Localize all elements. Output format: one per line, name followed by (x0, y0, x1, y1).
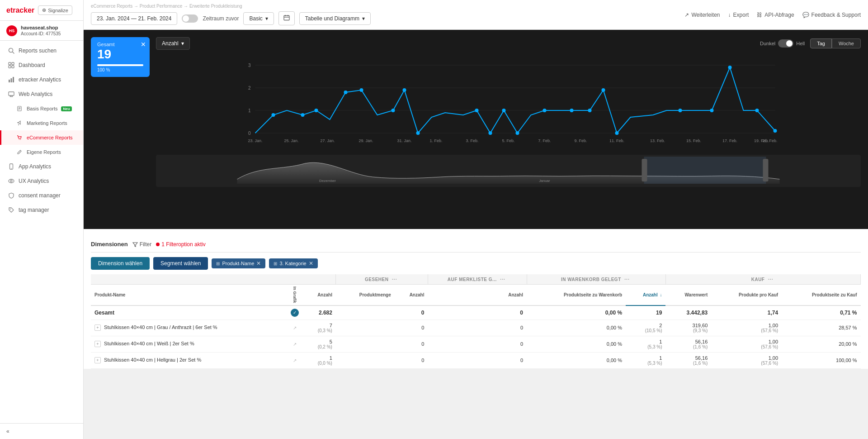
expand-icon[interactable]: + (94, 324, 101, 331)
col-kauf-pkt[interactable]: Produktseite zu Kauf (782, 285, 860, 305)
dimensions-label: Dimensionen (91, 241, 128, 248)
chevron-down-icon: ▾ (181, 40, 184, 47)
svg-rect-5 (12, 66, 14, 68)
col-produkt-name[interactable]: Produkt-Name (91, 285, 287, 305)
filter-button[interactable]: Filter (132, 241, 152, 248)
sidebar-item-label: Reports suchen (19, 48, 57, 54)
sidebar-item-tag-manager[interactable]: tag manager (0, 203, 83, 217)
gesehen-dots[interactable]: ··· (390, 276, 399, 282)
chart-line-icon[interactable]: ↗ (293, 358, 297, 363)
kauf-anzahl-cell: 2 (10,5 %) (626, 320, 665, 336)
svg-point-18 (19, 139, 20, 140)
data-table-container: GESEHEN ··· AUF MERKLISTE G... ··· IN WA… (91, 274, 861, 369)
total-pct: 100 % (97, 67, 143, 72)
comment-icon: 💬 (802, 12, 809, 18)
sidebar-item-web-analytics[interactable]: Web Analytics (0, 87, 83, 101)
signalize-button[interactable]: ⊕ Signalize (38, 5, 72, 15)
in-grafik-cell[interactable]: ↗ (287, 352, 302, 368)
filter-dot (156, 243, 160, 246)
col-gesehen-anzahl[interactable]: Anzahl (302, 285, 336, 305)
feedback-support-button[interactable]: 💬 Feedback & Support (802, 12, 861, 18)
shopping-cart-icon (16, 134, 23, 141)
gesehen-anzahl-cell: 2.682 (302, 305, 336, 320)
in-grafik-cell[interactable]: ↗ (287, 320, 302, 336)
period-toggle[interactable] (182, 14, 198, 23)
sidebar-item-dashboard[interactable]: Dashboard (0, 58, 83, 72)
sidebar-item-ux-analytics[interactable]: UX Analytics (0, 174, 83, 188)
date-range-picker[interactable]: 23. Jan. 2024 — 21. Feb. 2024 (91, 12, 177, 25)
check-circle-icon: ✓ (291, 309, 299, 317)
sidebar-item-eigene-reports[interactable]: Eigene Reports (0, 145, 83, 159)
account-info: HS haveaseat.shop Account-ID: 477535 (0, 21, 83, 41)
basic-dropdown[interactable]: Basic ▾ (243, 12, 274, 25)
svg-point-44 (416, 131, 420, 135)
warenkorb-dots[interactable]: ··· (623, 276, 632, 282)
kauf-anzahl-cell: 19 (626, 305, 665, 320)
col-warenkorb-anzahl[interactable]: Anzahl (428, 285, 527, 305)
in-grafik-cell[interactable]: ✓ (287, 305, 302, 320)
expand-icon[interactable]: + (94, 341, 101, 347)
kauf-dots[interactable]: ··· (766, 276, 775, 282)
remove-tag-icon[interactable]: ✕ (309, 260, 313, 267)
svg-point-22 (9, 179, 14, 183)
svg-text:3: 3 (248, 63, 251, 68)
grid-icon: ⊞ (274, 261, 277, 266)
api-abfrage-button[interactable]: ⛓ API-Abfrage (757, 12, 794, 18)
tag-icon (8, 206, 15, 214)
dimension-actions: Dimension wählen Segment wählen ⊞ Produk… (91, 253, 861, 274)
sidebar-item-reports-suchen[interactable]: Reports suchen (0, 43, 83, 58)
etracker-logo: etracker (6, 6, 34, 14)
col-gesehen-menge[interactable]: Produktmenge (336, 285, 395, 305)
svg-point-50 (570, 109, 574, 112)
chart-metric-dropdown[interactable]: Anzahl ▾ (156, 37, 190, 50)
chart-line-icon[interactable]: ↗ (293, 342, 297, 347)
kauf-produkte-cell: 1,74 (711, 305, 782, 320)
warenkorb-pkt-cell: 0,00 % (527, 305, 626, 320)
dark-light-switch[interactable] (778, 39, 793, 48)
merkliste-cell: 0 (395, 305, 428, 320)
col-kauf-produkte[interactable]: Produkte pro Kauf (711, 285, 782, 305)
in-grafik-cell[interactable]: ↗ (287, 336, 302, 352)
weiterleiten-button[interactable]: ↗ Weiterleiten (684, 12, 720, 18)
search-icon (8, 47, 15, 54)
dimension-wählen-button[interactable]: Dimension wählen (91, 257, 150, 270)
sidebar-collapse-button[interactable]: « (0, 423, 83, 439)
warenkorb-pkt-cell: 0,00 % (527, 336, 626, 352)
table-diagramm-dropdown[interactable]: Tabelle und Diagramm ▾ (299, 12, 371, 25)
dimension-tag-kategorie[interactable]: ⊞ 3. Kategorie ✕ (269, 258, 317, 268)
chart-line-icon[interactable]: ↗ (293, 325, 297, 330)
day-week-selector: Tag Woche (810, 38, 861, 48)
shield-icon (8, 192, 15, 199)
expand-icon[interactable]: + (94, 357, 101, 363)
product-name-cell: + Stuhlkissen 40×40 cm | Weiß | 2er Set … (91, 336, 287, 352)
sidebar-item-etracker-analytics[interactable]: etracker Analytics (0, 72, 83, 87)
merkliste-dots[interactable]: ··· (498, 276, 507, 282)
week-button[interactable]: Woche (832, 38, 861, 48)
sidebar-item-label: eCommerce Reports (27, 135, 72, 140)
col-kauf-anzahl[interactable]: Anzahl ↓ (626, 285, 665, 305)
close-icon[interactable]: ✕ (141, 41, 146, 48)
sidebar-item-ecommerce-reports[interactable]: eCommerce Reports (0, 130, 83, 145)
svg-text:1. Feb.: 1. Feb. (429, 138, 442, 143)
chart-controls: Anzahl ▾ Dunkel Hell Tag Woche (156, 37, 861, 50)
svg-text:Januar: Januar (539, 179, 550, 183)
dimension-tag-produkt-name[interactable]: ⊞ Produkt-Name ✕ (212, 258, 265, 268)
day-button[interactable]: Tag (810, 38, 832, 48)
segment-wählen-button[interactable]: Segment wählen (153, 257, 208, 270)
calendar-button[interactable] (278, 11, 295, 25)
export-button[interactable]: ↓ Export (728, 12, 749, 18)
sidebar-item-label: etracker Analytics (19, 76, 61, 83)
sidebar-item-label: Dashboard (19, 62, 45, 68)
sidebar-item-consent-manager[interactable]: consent manager (0, 188, 83, 203)
sidebar-item-marketing-reports[interactable]: Marketing Reports (0, 116, 83, 130)
sidebar-item-app-analytics[interactable]: App Analytics (0, 159, 83, 174)
col-merkliste-anzahl[interactable]: Anzahl (395, 285, 428, 305)
col-warenkorb-produktseite[interactable]: Produktseite zu Warenkorb (527, 285, 626, 305)
col-group-kauf: KAUF ··· (665, 274, 860, 285)
remove-tag-icon[interactable]: ✕ (256, 260, 261, 267)
col-kauf-warenwert[interactable]: Warenwert (665, 285, 711, 305)
sidebar: etracker ⊕ Signalize HS haveaseat.shop A… (0, 0, 84, 439)
svg-point-46 (489, 131, 492, 135)
product-name-cell: Gesamt (91, 305, 287, 320)
sidebar-item-basis-reports[interactable]: Basis Reports Neu (0, 101, 83, 116)
